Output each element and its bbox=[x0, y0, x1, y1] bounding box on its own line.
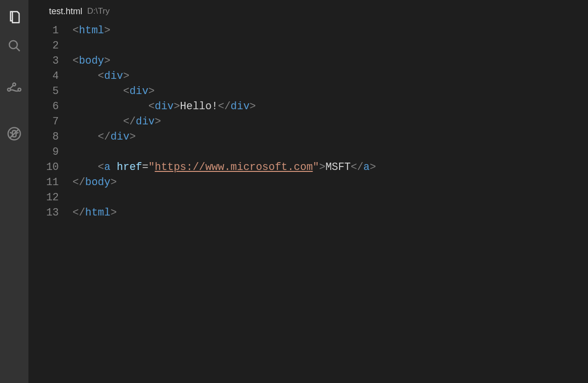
files-icon bbox=[7, 10, 22, 26]
code-line: 11 </body> bbox=[28, 174, 588, 190]
svg-line-7 bbox=[10, 133, 12, 133]
tab-filename: test.html bbox=[49, 6, 82, 17]
line-number: 1 bbox=[28, 24, 73, 36]
code-line: 12 bbox=[28, 190, 588, 205]
svg-line-1 bbox=[16, 48, 20, 51]
search-icon bbox=[7, 38, 22, 55]
line-number: 2 bbox=[28, 40, 73, 51]
bug-disabled-icon bbox=[7, 126, 22, 143]
code-line: 1 <html> bbox=[28, 23, 588, 38]
editor-area: test.html D:\Try 1 <html> 2 3 <body> 4 <… bbox=[28, 0, 588, 383]
code-line: 7 </div> bbox=[28, 114, 588, 129]
code-line: 5 <div> bbox=[28, 83, 588, 98]
line-number: 12 bbox=[28, 192, 73, 203]
line-number: 4 bbox=[28, 70, 73, 82]
line-number: 5 bbox=[28, 85, 73, 97]
line-number: 13 bbox=[28, 207, 73, 218]
code-line: 4 <div> bbox=[28, 68, 588, 83]
line-number: 11 bbox=[28, 176, 73, 188]
code-editor[interactable]: 1 <html> 2 3 <body> 4 <div> 5 <div> 6 <d… bbox=[28, 23, 588, 220]
code-line: 9 bbox=[28, 144, 588, 159]
line-number: 9 bbox=[28, 146, 73, 158]
code-line: 8 </div> bbox=[28, 129, 588, 144]
tab-path: D:\Try bbox=[87, 6, 110, 16]
svg-point-0 bbox=[9, 41, 17, 48]
svg-line-8 bbox=[17, 133, 19, 133]
line-number: 6 bbox=[28, 100, 73, 112]
git-branch-icon bbox=[7, 82, 22, 99]
code-line: 6 <div>Hello!</div> bbox=[28, 98, 588, 114]
editor-tab[interactable]: test.html D:\Try bbox=[28, 0, 588, 23]
code-line: 2 bbox=[28, 38, 588, 53]
code-line: 10 <a href="https://www.microsoft.com">M… bbox=[28, 159, 588, 174]
line-number: 10 bbox=[28, 161, 73, 173]
code-line: 13 </html> bbox=[28, 205, 588, 220]
line-number: 3 bbox=[28, 55, 73, 67]
activity-explorer[interactable] bbox=[0, 4, 28, 32]
activity-source-control[interactable] bbox=[0, 76, 28, 105]
line-number: 8 bbox=[28, 131, 73, 143]
line-number: 7 bbox=[28, 116, 73, 127]
code-line: 3 <body> bbox=[28, 53, 588, 68]
activity-debug[interactable] bbox=[0, 120, 28, 149]
activity-search[interactable] bbox=[0, 32, 28, 61]
activity-bar bbox=[0, 0, 28, 383]
